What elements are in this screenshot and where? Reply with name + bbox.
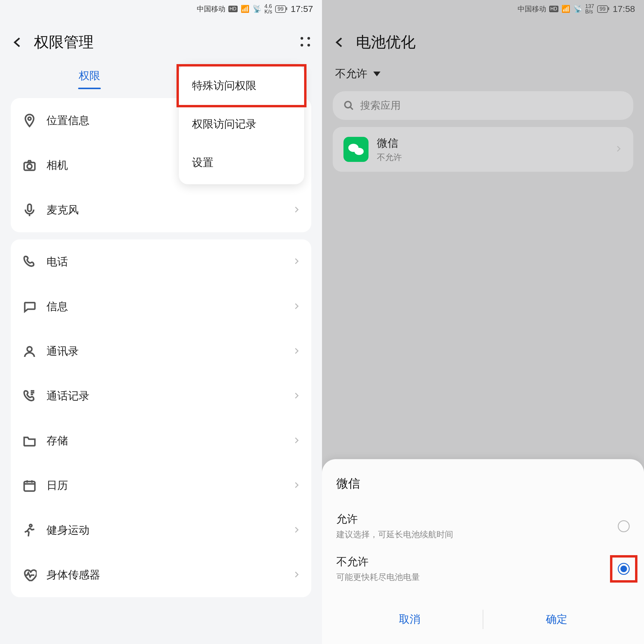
wechat-icon [343,137,369,162]
calendar-icon [21,478,38,494]
status-bar: 中国移动 HD 📶 📡 4.6 K/s 99 17:57 [0,0,322,18]
option-deny[interactable]: 不允许 可能更快耗尽电池电量 [336,547,630,590]
option-allow[interactable]: 允许 建议选择，可延长电池续航时间 [336,505,630,547]
cancel-button[interactable]: 取消 [336,604,483,635]
screen-battery-opt: 中国移动 HD 📶 📡 137 B/s 99 17:58 电池优化 不允许 搜索… [322,0,644,644]
permission-group-2: 电话 信息 通讯录 通话记录 存储 日历 [11,239,311,597]
chevron-right-icon [293,436,301,445]
fitness-icon [21,522,38,538]
perm-sms[interactable]: 信息 [11,284,311,329]
folder-icon [21,433,38,449]
carrier: 中国移动 [518,4,546,14]
svg-rect-3 [28,204,31,211]
perm-storage[interactable]: 存储 [11,418,311,463]
wifi-icon: 📡 [573,5,582,13]
svg-point-4 [27,347,32,352]
signal-icon: 📶 [241,5,250,13]
back-button[interactable] [11,35,25,49]
chevron-down-icon [373,72,380,76]
camera-icon [21,157,38,174]
chevron-right-icon [293,347,301,356]
perm-microphone[interactable]: 麦克风 [11,188,311,232]
radio-off-icon[interactable] [618,520,630,532]
ok-button[interactable]: 确定 [483,604,630,635]
chevron-right-icon [293,571,301,580]
page-title: 电池优化 [356,32,416,52]
phone-icon [21,254,38,270]
heartbeat-icon [21,567,38,583]
call-log-icon [21,388,38,404]
app-name: 微信 [377,136,606,151]
menu-settings[interactable]: 设置 [179,143,304,182]
filter-dropdown[interactable]: 不允许 [322,59,644,84]
perm-contacts[interactable]: 通讯录 [11,329,311,374]
perm-call-log[interactable]: 通话记录 [11,374,311,418]
search-input[interactable]: 搜索应用 [333,91,633,120]
tab-permissions[interactable]: 权限 [18,69,161,89]
perm-body-sensors[interactable]: 身体传感器 [11,552,311,597]
microphone-icon [21,202,38,218]
net-speed: 137 B/s [585,4,594,14]
header: 电池优化 [322,18,644,59]
wifi-icon: 📡 [253,5,261,13]
svg-rect-5 [24,482,35,491]
perm-calendar[interactable]: 日历 [11,463,311,508]
svg-point-0 [28,117,31,120]
message-icon [21,299,38,315]
hd-badge: HD [228,6,238,12]
page-title: 权限管理 [34,32,94,52]
chevron-right-icon [293,257,301,266]
chevron-right-icon [293,392,301,401]
location-icon [21,112,38,129]
chevron-right-icon [293,526,301,535]
signal-icon: 📶 [561,5,570,13]
filter-label: 不允许 [335,66,367,81]
sheet-actions: 取消 确定 [336,601,630,635]
chevron-right-icon [293,481,301,490]
battery-icon: 99 [275,5,286,13]
overflow-popup: 特殊访问权限 权限访问记录 设置 [179,64,304,184]
chevron-right-icon [293,302,301,311]
screen-permissions: 中国移动 HD 📶 📡 4.6 K/s 99 17:57 权限管理 权限 应用 … [0,0,322,644]
battery-icon: 99 [597,5,608,13]
app-status: 不允许 [377,152,606,163]
header: 权限管理 [0,18,322,59]
sheet-title: 微信 [336,475,630,492]
hd-badge: HD [549,6,558,12]
menu-access-history[interactable]: 权限访问记录 [179,105,304,143]
contacts-icon [21,343,38,360]
status-bar: 中国移动 HD 📶 📡 137 B/s 99 17:58 [322,0,644,18]
net-speed: 4.6 K/s [264,4,272,14]
carrier: 中国移动 [197,4,225,14]
clock: 17:57 [291,4,313,14]
perm-fitness[interactable]: 健身运动 [11,508,311,552]
radio-on-icon[interactable] [618,563,630,575]
search-placeholder: 搜索应用 [360,99,401,112]
perm-phone[interactable]: 电话 [11,239,311,284]
overflow-menu-button[interactable] [301,37,311,48]
search-icon [343,100,354,111]
back-button[interactable] [333,35,347,49]
app-row-wechat[interactable]: 微信 不允许 [333,127,633,172]
menu-special-access[interactable]: 特殊访问权限 [177,64,306,107]
clock: 17:58 [613,4,635,14]
svg-point-7 [345,102,351,108]
highlight-box [610,555,637,583]
svg-point-2 [27,164,32,169]
svg-point-6 [30,524,32,527]
chevron-right-icon [293,206,301,215]
svg-point-9 [354,148,364,155]
chevron-right-icon [615,145,623,154]
bottom-sheet: 微信 允许 建议选择，可延长电池续航时间 不允许 可能更快耗尽电池电量 取消 确… [322,459,644,644]
